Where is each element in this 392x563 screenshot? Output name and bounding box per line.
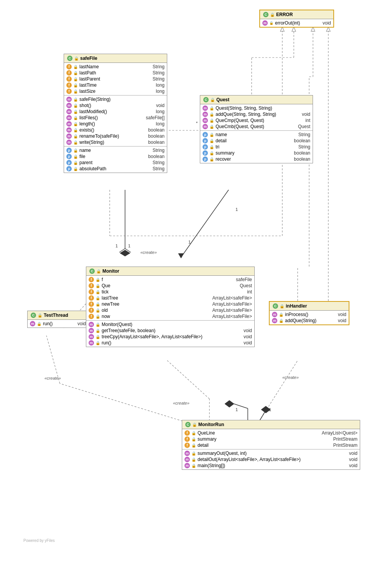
class-inhandler-methods: m 🔒 inProcess() void m 🔒 addQue(String) …	[270, 311, 349, 324]
row-sf-absolutePath: p 🔒 absolutePath String	[64, 166, 167, 172]
class-quest: C 🔒 Quest m 🔒 Quest(String, String, Stri…	[200, 95, 313, 163]
row-mr-summaryOut: m 🔒 summaryOut(Quest, int) void	[182, 450, 360, 456]
icon-m-errorOut: m	[262, 20, 268, 26]
row-quest-detail: p 🔒 detail boolean	[200, 138, 313, 144]
svg-text:1: 1	[236, 407, 238, 412]
row-quest-recover: p 🔒 recover boolean	[200, 156, 313, 162]
svg-line-21	[183, 190, 229, 255]
class-monitorrun-title: MonitorRun	[198, 422, 224, 427]
class-monitor-methods: m 🔒 Monitor(Quest) m 🔒 getTree(safeFile,…	[86, 321, 254, 347]
row-write: m 🔒 write(String) boolean	[64, 139, 167, 145]
row-mr-detailOut: m 🔒 detailOut(ArrayList<safeFile>, Array…	[182, 456, 360, 463]
svg-marker-22	[178, 254, 184, 258]
class-safefile: C 🔒 safeFile f 🔒 lastName String f 🔒 las…	[64, 54, 167, 173]
svg-line-42	[231, 403, 248, 408]
row-testthread-run: m 🔒 run() void	[28, 321, 88, 327]
svg-text:1: 1	[236, 207, 238, 212]
svg-text:«create»: «create»	[44, 376, 61, 380]
row-errorOut-name: errorOut(int)	[275, 20, 321, 26]
class-quest-title: Quest	[216, 97, 229, 102]
row-lastSize: f 🔒 lastSize long	[64, 88, 167, 94]
class-error-icon: C	[263, 12, 268, 17]
row-queCmb: m 🔒 QueCmb(Quest, Quest) Quest	[200, 123, 313, 130]
row-queCmp: m 🔒 QueCmp(Quest, Quest) int	[200, 117, 313, 123]
row-quest-constructor: m 🔒 Quest(String, String, String)	[200, 105, 313, 111]
svg-text:1: 1	[115, 244, 118, 248]
row-monitor-old: f 🔒 old ArrayList<safeFile>	[86, 307, 254, 313]
svg-line-39	[46, 336, 60, 384]
row-monitor-lastTree: f 🔒 lastTree ArrayList<safeFile>	[86, 295, 254, 301]
row-quest-name: p 🔒 name String	[200, 132, 313, 138]
class-safefile-props: p 🔒 name String p 🔒 file boolean p 🔒 par…	[64, 147, 167, 173]
powered-by-label: Powered by yFiles	[23, 538, 55, 543]
class-monitorrun: C 🔒 MonitorRun f 🔒 QueLine ArrayList<Que…	[182, 420, 360, 470]
row-inProcess: m 🔒 inProcess() void	[270, 311, 349, 318]
row-monitor-constructor: m 🔒 Monitor(Quest)	[86, 321, 254, 328]
class-monitor: C 🔒 Monitor f 🔒 f safeFile f 🔒 Que Quest…	[86, 267, 255, 347]
class-testthread-methods: m 🔒 run() void	[28, 320, 88, 328]
row-monitor-f: f 🔒 f safeFile	[86, 277, 254, 283]
class-safefile-icon: C	[67, 56, 72, 61]
class-inhandler: C 🔒 inHandler m 🔒 inProcess() void m 🔒 a…	[269, 301, 349, 325]
class-inhandler-header: C 🔒 inHandler	[270, 302, 349, 311]
row-mr-detail: f 🔒 detail PrintStream	[182, 442, 360, 448]
class-testthread-title: TestThread	[44, 313, 68, 318]
row-addQue: m 🔒 addQue(String, String, String) void	[200, 111, 313, 117]
row-lastModified: m 🔒 lastModified() long	[64, 109, 167, 115]
lock-errorOut: 🔒	[269, 21, 273, 25]
row-lastParent: f 🔒 lastParent String	[64, 76, 167, 82]
class-quest-methods: m 🔒 Quest(String, String, String) m 🔒 ad…	[200, 104, 313, 131]
class-safefile-header: C 🔒 safeFile	[64, 54, 167, 63]
row-errorOut-type: void	[323, 20, 331, 26]
svg-marker-18	[120, 250, 130, 256]
class-monitorrun-methods: m 🔒 summaryOut(Quest, int) void m 🔒 deta…	[182, 449, 360, 469]
row-monitor-treeCpy: m 🔒 treeCpy(ArrayList<safeFile>, ArrayLi…	[86, 334, 254, 340]
row-sf-name: p 🔒 name String	[64, 147, 167, 153]
class-error: C 🔒 ERROR m 🔒 errorOut(int) void	[259, 10, 334, 28]
svg-text:1: 1	[128, 244, 130, 248]
class-monitorrun-header: C 🔒 MonitorRun	[182, 420, 360, 429]
class-inhandler-title: inHandler	[286, 303, 307, 309]
class-safefile-lock: 🔒	[74, 56, 79, 61]
class-safefile-methods: m 🔒 safeFile(String) m 🔒 shot() void m 🔒…	[64, 95, 167, 147]
svg-line-16	[125, 249, 131, 252]
row-safeFileString: m 🔒 safeFile(String)	[64, 96, 167, 102]
row-lastTime: f 🔒 lastTime long	[64, 82, 167, 88]
svg-line-38	[60, 384, 183, 421]
svg-line-36	[259, 361, 298, 421]
svg-line-45	[259, 408, 267, 421]
svg-text:«create»: «create»	[140, 250, 157, 255]
class-quest-header: C 🔒 Quest	[200, 95, 313, 104]
class-monitor-header: C 🔒 Monitor	[86, 267, 254, 276]
class-error-methods: m 🔒 errorOut(int) void	[260, 19, 333, 27]
svg-line-34	[167, 361, 209, 399]
row-monitor-now: f 🔒 now ArrayList<safeFile>	[86, 313, 254, 319]
diagram-container: 1 1 1 1 1 * 1 «create» «create» «create»…	[21, 0, 371, 545]
row-mr-summary: f 🔒 summary PrintStream	[182, 436, 360, 442]
svg-text:*: *	[196, 121, 198, 125]
class-error-header: C 🔒 ERROR	[260, 10, 333, 19]
class-monitor-fields: f 🔒 f safeFile f 🔒 Que Quest f 🔒 tick in…	[86, 276, 254, 321]
row-quest-summary: p 🔒 summary boolean	[200, 150, 313, 156]
row-mr-queLine: f 🔒 QueLine ArrayList<Quest>	[182, 430, 360, 436]
row-renameTo: m 🔒 renameTo(safeFile) boolean	[64, 133, 167, 139]
row-monitor-newTree: f 🔒 newTree ArrayList<safeFile>	[86, 301, 254, 307]
row-quest-tri: p 🔒 tri String	[200, 144, 313, 150]
svg-text:«create»: «create»	[173, 401, 189, 405]
row-mr-main: m 🔒 main(String[]) void	[182, 463, 360, 469]
row-sf-parent: p 🔒 parent String	[64, 160, 167, 166]
class-testthread: C 🔒 TestThread m 🔒 run() void	[27, 311, 89, 328]
row-errorOut: m 🔒 errorOut(int) void	[260, 20, 333, 26]
svg-text:«create»: «create»	[282, 375, 299, 380]
class-safefile-fields: f 🔒 lastName String f 🔒 lastPath String …	[64, 63, 167, 95]
svg-line-17	[119, 249, 125, 252]
row-sf-file: p 🔒 file boolean	[64, 153, 167, 160]
class-testthread-header: C 🔒 TestThread	[28, 311, 88, 320]
class-monitor-title: Monitor	[102, 268, 119, 274]
row-shot: m 🔒 shot() void	[64, 102, 167, 109]
row-monitor-Que: f 🔒 Que Quest	[86, 283, 254, 289]
svg-marker-46	[261, 406, 270, 413]
svg-text:1: 1	[188, 240, 191, 244]
row-addQue-inhandler: m 🔒 addQue(String) void	[270, 318, 349, 324]
row-exists: m 🔒 exists() boolean	[64, 127, 167, 133]
